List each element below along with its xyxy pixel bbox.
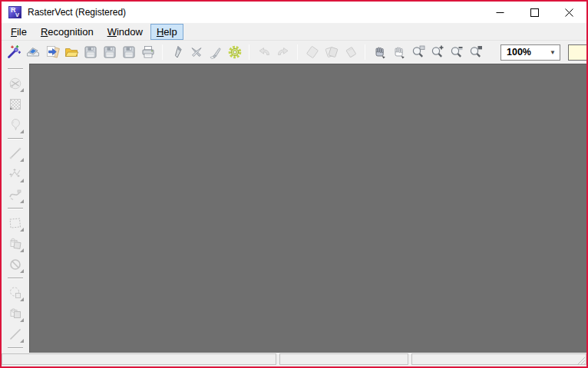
pan-page-button[interactable]: [390, 43, 408, 61]
menu-bar: File Recognition Window Help: [2, 23, 586, 40]
close-icon: [565, 8, 573, 17]
draw-line-tool[interactable]: [6, 144, 25, 163]
minimize-icon: [496, 8, 504, 17]
magnifier-solid-icon: [468, 44, 484, 60]
toolbar-separator: [8, 138, 23, 140]
floppy-disk-icon: [83, 44, 98, 60]
clip-shape-tool[interactable]: [6, 74, 25, 93]
toolbar-separator: [8, 68, 23, 70]
wizard-button[interactable]: [5, 43, 23, 61]
overlapping-squares-icon: [8, 236, 23, 251]
move-object-tool[interactable]: [6, 235, 25, 253]
toolbar-separator: [365, 44, 365, 60]
resize-grip[interactable]: [576, 356, 586, 366]
save-all-button[interactable]: [120, 43, 138, 61]
open-button[interactable]: [62, 43, 81, 61]
menu-window[interactable]: Window: [101, 24, 149, 40]
window-title: RasterVect (Registered): [28, 7, 126, 18]
save-as-button[interactable]: [101, 43, 119, 61]
duplicate-squares-icon: [8, 306, 23, 321]
acquire-button[interactable]: [24, 43, 42, 61]
canvas[interactable]: [29, 64, 586, 353]
color-swatch[interactable]: [568, 44, 588, 61]
document-arrow-icon: [45, 44, 60, 60]
print-button[interactable]: [139, 43, 157, 61]
polyline-nodes-icon: [8, 166, 23, 182]
draw-curve-tool[interactable]: [6, 186, 25, 204]
paste-button[interactable]: [342, 43, 360, 61]
magnifier-rect-icon: [411, 44, 426, 60]
pen-nib-icon: [170, 44, 185, 60]
cleanup-brush-button[interactable]: [206, 43, 225, 61]
options-button[interactable]: [226, 43, 244, 61]
printer-icon: [140, 44, 156, 60]
checkerboard-icon: [8, 97, 23, 112]
status-panel-3: [411, 353, 586, 365]
drawing-toolbar: [2, 64, 29, 353]
balloon-icon: [8, 117, 23, 133]
paste-sheet-icon: [343, 44, 358, 60]
dashed-rectangle-icon: [8, 215, 23, 231]
hand-icon: [372, 44, 388, 60]
floppy-disk-icon: [121, 44, 137, 60]
close-button[interactable]: [552, 2, 586, 23]
toolbar-separator: [8, 347, 23, 349]
minimize-button[interactable]: [483, 2, 517, 23]
maximize-icon: [530, 8, 539, 17]
zoom-previous-button[interactable]: [467, 43, 485, 61]
erase-area-tool[interactable]: [6, 255, 25, 274]
scanner-icon: [25, 44, 41, 60]
chevron-down-icon[interactable]: ▼: [547, 46, 559, 59]
pattern-fill-tool[interactable]: [6, 95, 25, 113]
line-icon: [8, 146, 23, 161]
zoom-out-button[interactable]: [448, 43, 466, 61]
redo-button[interactable]: [274, 43, 292, 61]
zoom-level-value: 100%: [501, 47, 531, 58]
pan-button[interactable]: [371, 43, 389, 61]
menu-recognition[interactable]: Recognition: [35, 24, 100, 40]
zoom-window-button[interactable]: [409, 43, 428, 61]
edit-nodes-tool[interactable]: [6, 165, 25, 183]
status-bar: [2, 353, 586, 366]
pick-color-tool[interactable]: [6, 116, 25, 134]
menu-file[interactable]: File: [5, 24, 33, 40]
main-area: [2, 64, 586, 353]
magnifier-minus-icon: [449, 44, 464, 60]
toolbar-separator: [8, 278, 23, 279]
maximize-button[interactable]: [517, 2, 552, 23]
copy-button[interactable]: [322, 43, 341, 61]
scissors-icon: [189, 44, 204, 60]
gear-icon: [227, 44, 243, 60]
undo-arrow-icon: [256, 44, 272, 60]
zoom-in-button[interactable]: [428, 43, 447, 61]
brush-icon: [208, 44, 223, 60]
rotate-object-tool[interactable]: [6, 284, 25, 302]
folder-open-icon: [64, 44, 79, 60]
toolbar-separator: [162, 44, 163, 60]
app-logo-icon: Rv: [8, 6, 21, 18]
vectorize-button[interactable]: [168, 43, 187, 61]
cut-sheet-icon: [305, 44, 320, 60]
zoom-level-combobox[interactable]: 100% ▼: [500, 44, 560, 61]
no-entry-icon: [8, 257, 23, 272]
measure-tool[interactable]: [6, 325, 25, 343]
magic-wand-icon: [6, 44, 21, 60]
save-button[interactable]: [81, 43, 100, 61]
duplicate-object-tool[interactable]: [6, 304, 25, 323]
toolbar-separator: [297, 44, 298, 60]
main-toolbar: 100% ▼: [2, 40, 586, 64]
delete-lines-button[interactable]: [187, 43, 206, 61]
window-controls: [483, 2, 586, 23]
copy-sheets-icon: [324, 44, 339, 60]
curve-icon: [8, 187, 23, 202]
cut-button[interactable]: [303, 43, 322, 61]
undo-button[interactable]: [255, 43, 273, 61]
app-window: Rv RasterVect (Registered) File Recognit…: [0, 0, 588, 368]
hand-outline-icon: [391, 44, 407, 60]
select-area-tool[interactable]: [6, 214, 25, 232]
scissors-shape-icon: [8, 76, 23, 91]
menu-help[interactable]: Help: [150, 24, 183, 40]
redo-arrow-icon: [276, 44, 291, 60]
magnifier-plus-icon: [430, 44, 445, 60]
import-button[interactable]: [43, 43, 61, 61]
